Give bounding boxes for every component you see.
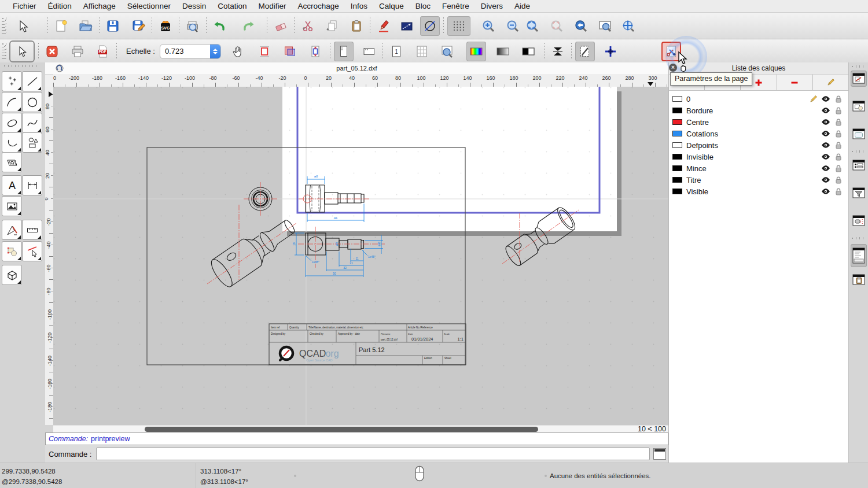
selection-filter-panel-button[interactable] (851, 185, 867, 201)
viewport-3d-tool-button[interactable] (2, 265, 22, 285)
toolbar-drag-handle[interactable] (2, 43, 6, 60)
distance-tool-button[interactable] (397, 16, 417, 36)
drawing-scale-button[interactable] (575, 42, 595, 61)
command-line-panel-button[interactable] (851, 244, 867, 267)
select-tool-button[interactable] (13, 16, 32, 36)
zoom-to-page-button[interactable] (437, 42, 457, 61)
circle-tool-button[interactable] (22, 92, 42, 112)
menu-aide[interactable]: Aide (509, 2, 536, 10)
layer-lock-icon[interactable] (832, 130, 845, 138)
auto-zoom-button[interactable] (523, 16, 542, 36)
menu-infos[interactable]: Infos (345, 2, 373, 10)
zoom-window-button[interactable] (595, 16, 615, 36)
zoom-in-button[interactable] (479, 16, 498, 36)
save-button[interactable] (103, 16, 123, 36)
layer-edit-pencil-icon[interactable] (807, 95, 819, 103)
property-editor-panel-button[interactable] (851, 71, 867, 87)
ellipse-tool-button[interactable] (2, 113, 22, 133)
layer-lock-icon[interactable] (832, 187, 845, 195)
layer-visibility-eye-icon[interactable] (819, 165, 832, 172)
layer-visibility-eye-icon[interactable] (819, 188, 832, 195)
layer-lock-icon[interactable] (832, 141, 845, 149)
drafting-tools-button[interactable] (2, 220, 22, 240)
menu-cotation[interactable]: Cotation (212, 2, 252, 10)
layer-visibility-eye-icon[interactable] (819, 130, 832, 137)
canvas-horizontal-scrollbar[interactable]: 10 < 100 (53, 425, 668, 433)
shapes-tool-button[interactable] (22, 132, 42, 153)
layer-visibility-eye-icon[interactable] (819, 153, 832, 160)
view-list-panel-button[interactable] (851, 126, 867, 142)
menu-calque[interactable]: Calque (373, 2, 410, 10)
full-color-button[interactable] (466, 42, 486, 61)
palette-drag-handle[interactable] (3, 65, 38, 67)
point-tool-button[interactable] (2, 71, 22, 91)
command-options-button[interactable] (653, 448, 666, 460)
paste-button[interactable] (347, 16, 366, 36)
command-input[interactable] (96, 448, 650, 460)
layer-visibility-eye-icon[interactable] (819, 95, 832, 102)
layer-visibility-eye-icon[interactable] (819, 142, 832, 149)
menu-dessin[interactable]: Dessin (176, 2, 212, 10)
line-weight-compress-button[interactable] (548, 42, 568, 61)
layer-row-mince[interactable]: Mince (669, 162, 848, 174)
menu-fentre[interactable]: Fenêtre (436, 2, 475, 10)
block-tool-button[interactable] (2, 241, 22, 261)
portrait-button[interactable] (334, 42, 354, 61)
layer-visibility-eye-icon[interactable] (819, 119, 832, 125)
document-tab-title[interactable]: part_05.12.dxf (45, 65, 668, 72)
menu-fichier[interactable]: Fichier (7, 2, 42, 10)
image-tool-button[interactable] (2, 196, 22, 216)
page-borders-button[interactable] (255, 42, 274, 61)
landscape-button[interactable] (359, 42, 379, 61)
menu-affichage[interactable]: Affichage (78, 2, 122, 10)
layer-row-visible[interactable]: Visible (669, 186, 848, 197)
draft-mode-button[interactable] (420, 16, 440, 36)
pan-hand-button[interactable] (228, 42, 248, 61)
scrollbar-thumb[interactable] (145, 427, 538, 432)
pdf-export-button[interactable]: PDF (93, 42, 113, 61)
toolbar-drag-handle[interactable] (2, 17, 6, 35)
zoom-out-button[interactable] (503, 16, 523, 36)
draw-order-pencil-button[interactable] (374, 16, 393, 36)
point-position-button[interactable] (601, 42, 620, 61)
panel-close-badge[interactable]: × (669, 64, 677, 72)
remove-layer-button[interactable] (777, 75, 813, 90)
page-settings-button[interactable] (661, 42, 681, 61)
strip-drag-handle[interactable] (851, 65, 866, 68)
dimension-tool-button[interactable] (22, 175, 42, 195)
line-tool-button[interactable] (22, 71, 42, 91)
measure-tool-button[interactable] (22, 220, 42, 240)
modify-tool-button[interactable] (22, 241, 42, 261)
layer-list-panel-button[interactable] (851, 157, 867, 173)
text-tool-button[interactable]: A (2, 175, 22, 195)
layer-row-invisible[interactable]: Invisible (669, 151, 848, 162)
copy-button[interactable] (322, 16, 342, 36)
redo-button[interactable] (239, 16, 259, 36)
edit-layer-button[interactable] (813, 75, 848, 90)
layer-row-centre[interactable]: Centre (669, 116, 848, 128)
command-widget-panel-button[interactable] (851, 213, 867, 229)
layer-row-cotations[interactable]: Cotations (669, 128, 848, 139)
layer-lock-icon[interactable] (832, 176, 845, 184)
layer-row-0[interactable]: 0 (669, 93, 848, 105)
layer-lock-icon[interactable] (832, 106, 845, 114)
print-button[interactable] (68, 42, 87, 61)
menu-accrochage[interactable]: Accrochage (292, 2, 344, 10)
multi-pages-button[interactable] (412, 42, 432, 61)
pan-button[interactable] (619, 16, 638, 36)
block-list-panel-button[interactable] (851, 98, 867, 114)
layer-visibility-eye-icon[interactable] (819, 107, 832, 114)
cut-button[interactable] (298, 16, 318, 36)
menu-dition[interactable]: Édition (42, 2, 78, 10)
close-print-preview-button[interactable] (42, 42, 62, 61)
stepper-icon[interactable] (210, 45, 220, 58)
grid-toggle-button[interactable] (447, 16, 470, 36)
print-preview-canvas[interactable]: ø8 41 (53, 87, 668, 425)
hatch-tool-button[interactable] (2, 152, 22, 172)
layer-lock-icon[interactable] (832, 153, 845, 161)
single-page-button[interactable]: 1 (387, 42, 406, 61)
preview-pointer-button[interactable] (9, 40, 35, 62)
open-file-button[interactable] (76, 16, 95, 36)
delete-button[interactable] (271, 16, 290, 36)
polyline-tool-button[interactable] (2, 132, 22, 153)
